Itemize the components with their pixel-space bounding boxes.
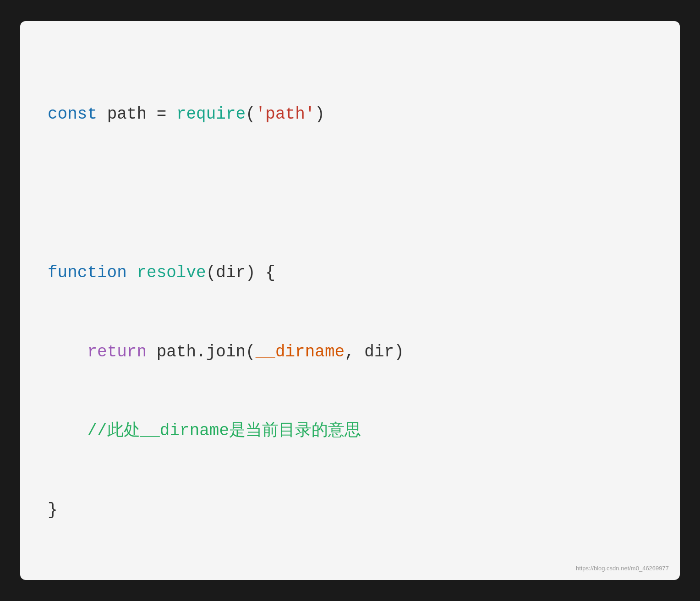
line-6: } bbox=[48, 497, 652, 524]
line-4: return path.join(__dirname, dir) bbox=[48, 339, 652, 366]
line-5: //此处__dirname是当前目录的意思 bbox=[48, 418, 652, 444]
const-keyword: const bbox=[48, 105, 97, 124]
function-keyword: function bbox=[48, 263, 127, 282]
code-container: const path = require('path') function re… bbox=[20, 21, 680, 580]
code-block: const path = require('path') function re… bbox=[48, 49, 652, 580]
path-assign: path bbox=[97, 105, 157, 124]
line-3: function resolve(dir) { bbox=[48, 260, 652, 286]
line-7 bbox=[48, 576, 652, 580]
line-1: const path = require('path') bbox=[48, 101, 652, 128]
line-2 bbox=[48, 180, 652, 207]
comment-line: //此处__dirname是当前目录的意思 bbox=[48, 421, 361, 440]
watermark: https://blog.csdn.net/m0_46269977 bbox=[576, 565, 669, 572]
